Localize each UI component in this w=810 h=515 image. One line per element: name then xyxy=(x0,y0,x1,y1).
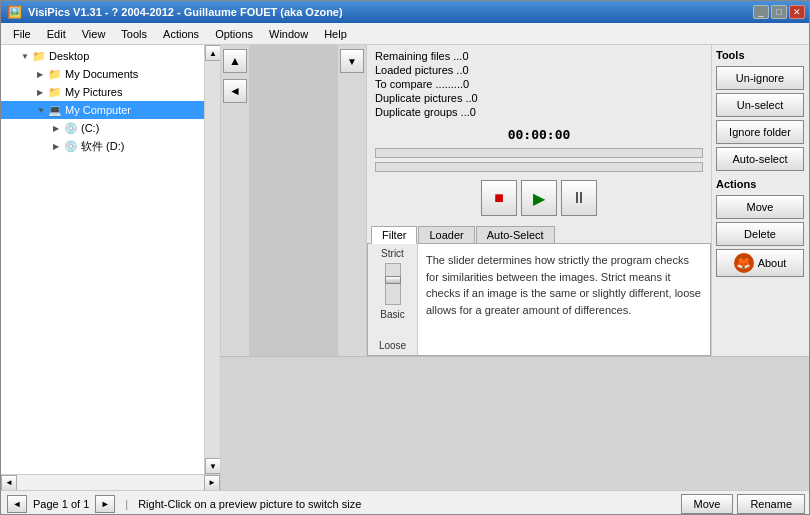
right-main: ▲ ◄ ▼ Remaining files ...0 xyxy=(221,45,810,490)
preview-pane: ▲ ◄ ▼ xyxy=(221,45,366,356)
un-ignore-button[interactable]: Un-ignore xyxy=(716,66,804,90)
expand-mycomputer[interactable]: ▼ xyxy=(37,106,47,115)
menu-view[interactable]: View xyxy=(74,26,114,42)
move-button[interactable]: Move xyxy=(716,195,804,219)
scroll-track[interactable] xyxy=(205,61,220,458)
menu-tools[interactable]: Tools xyxy=(113,26,155,42)
about-button[interactable]: 🦊 About xyxy=(716,249,804,277)
play-button[interactable]: ▶ xyxy=(521,180,557,216)
stat-dup-pics: Duplicate pictures ..0 xyxy=(375,91,703,105)
stop-button[interactable]: ■ xyxy=(481,180,517,216)
menu-file[interactable]: File xyxy=(5,26,39,42)
scroll-down-btn[interactable]: ▼ xyxy=(205,458,220,474)
tree-scrollbar-v[interactable]: ▲ ▼ xyxy=(204,45,220,474)
scroll-up-btn[interactable]: ▲ xyxy=(205,45,220,61)
progress-bar-1 xyxy=(375,148,703,158)
slider-area: Strict Basic Loose xyxy=(368,244,418,355)
tree-scroll-container: ▼ Desktop ▶ My Documents ▶ My Pic xyxy=(1,45,220,474)
folder-icon-mydocs xyxy=(47,66,63,82)
slider-basic-label: Basic xyxy=(380,309,404,320)
menu-help[interactable]: Help xyxy=(316,26,355,42)
tree-label-ddrive: 软件 (D:) xyxy=(81,139,124,154)
tree-items: ▼ Desktop ▶ My Documents ▶ My Pic xyxy=(1,45,204,474)
filter-description: The slider determines how strictly the p… xyxy=(418,244,710,355)
filter-content: Strict Basic Loose The slider determines… xyxy=(367,243,711,356)
folder-icon-mypics xyxy=(47,84,63,100)
center-preview xyxy=(249,45,338,356)
page-next-button[interactable]: ► xyxy=(95,495,115,513)
right-nav: ▼ xyxy=(338,45,366,356)
ignore-folder-button[interactable]: Ignore folder xyxy=(716,120,804,144)
expand-desktop[interactable]: ▼ xyxy=(21,52,31,61)
expand-ddrive[interactable]: ▶ xyxy=(53,142,63,151)
nav-up-button[interactable]: ▲ xyxy=(223,49,247,73)
left-nav: ▲ ◄ xyxy=(221,45,249,356)
filter-tabs: Filter Loader Auto-Select xyxy=(367,222,711,243)
pause-button[interactable]: ⏸ xyxy=(561,180,597,216)
tree-panel: ▼ Desktop ▶ My Documents ▶ My Pic xyxy=(1,45,221,490)
tree-label-mypics: My Pictures xyxy=(65,86,122,98)
filter-slider[interactable] xyxy=(385,263,401,305)
stat-loaded: Loaded pictures ..0 xyxy=(375,63,703,77)
hscroll-right-btn[interactable]: ► xyxy=(204,475,220,491)
slider-thumb[interactable] xyxy=(385,276,401,284)
page-prev-button[interactable]: ◄ xyxy=(7,495,27,513)
nav-right-button[interactable]: ▼ xyxy=(340,49,364,73)
maximize-button[interactable]: □ xyxy=(771,5,787,19)
close-button[interactable]: ✕ xyxy=(789,5,805,19)
stop-icon: ■ xyxy=(494,189,504,207)
hscroll-left-btn[interactable]: ◄ xyxy=(1,475,17,491)
tree-item-cdrive[interactable]: ▶ (C:) xyxy=(1,119,204,137)
window-controls: _ □ ✕ xyxy=(753,5,805,19)
tab-loader[interactable]: Loader xyxy=(418,226,474,243)
progress-bar-2 xyxy=(375,162,703,172)
status-rename-button[interactable]: Rename xyxy=(737,494,805,514)
actions-section-label: Actions xyxy=(716,178,807,190)
menu-edit[interactable]: Edit xyxy=(39,26,74,42)
status-left: ◄ Page 1 of 1 ► | Right-Click on a previ… xyxy=(7,495,361,513)
menu-bar: File Edit View Tools Actions Options Win… xyxy=(1,23,810,45)
tree-item-mydocs[interactable]: ▶ My Documents xyxy=(1,65,204,83)
tree-item-mycomputer[interactable]: ▼ My Computer xyxy=(1,101,204,119)
tree-item-ddrive[interactable]: ▶ 软件 (D:) xyxy=(1,137,204,155)
menu-actions[interactable]: Actions xyxy=(155,26,207,42)
menu-options[interactable]: Options xyxy=(207,26,261,42)
filter-stats-pane: Remaining files ...0 Loaded pictures ..0… xyxy=(366,45,711,356)
status-divider: | xyxy=(125,498,128,510)
tab-auto-select[interactable]: Auto-Select xyxy=(476,226,555,243)
drive-icon-c xyxy=(63,120,79,136)
tree-label-mycomputer: My Computer xyxy=(65,104,131,116)
content-area: ▼ Desktop ▶ My Documents ▶ My Pic xyxy=(1,45,810,490)
tools-section-label: Tools xyxy=(716,49,807,61)
slider-loose-label: Loose xyxy=(379,340,406,351)
tab-filter[interactable]: Filter xyxy=(371,226,417,244)
tools-sidebar: Tools Un-ignore Un-select Ignore folder … xyxy=(711,45,810,356)
filter-tabs-area: Filter Loader Auto-Select Strict Basic xyxy=(367,222,711,356)
status-bar: ◄ Page 1 of 1 ► | Right-Click on a previ… xyxy=(1,490,810,515)
menu-window[interactable]: Window xyxy=(261,26,316,42)
upper-right: ▲ ◄ ▼ Remaining files ...0 xyxy=(221,45,810,357)
expand-mypics[interactable]: ▶ xyxy=(37,88,47,97)
status-move-button[interactable]: Move xyxy=(681,494,734,514)
un-select-button[interactable]: Un-select xyxy=(716,93,804,117)
timer-display: 00:00:00 xyxy=(367,123,711,146)
tree-label-cdrive: (C:) xyxy=(81,122,99,134)
tree-item-mypics[interactable]: ▶ My Pictures xyxy=(1,83,204,101)
expand-mydocs[interactable]: ▶ xyxy=(37,70,47,79)
stats-section: Remaining files ...0 Loaded pictures ..0… xyxy=(367,45,711,123)
expand-cdrive[interactable]: ▶ xyxy=(53,124,63,133)
stat-loaded-text: Loaded pictures ..0 xyxy=(375,64,469,76)
delete-button[interactable]: Delete xyxy=(716,222,804,246)
computer-icon-mycomputer xyxy=(47,102,63,118)
tree-item-desktop[interactable]: ▼ Desktop xyxy=(1,47,204,65)
auto-select-button[interactable]: Auto-select xyxy=(716,147,804,171)
title-bar: 🖼️ VisiPics V1.31 - ? 2004-2012 - Guilla… xyxy=(1,1,810,23)
title-text: VisiPics V1.31 - ? 2004-2012 - Guillaume… xyxy=(28,6,343,18)
minimize-button[interactable]: _ xyxy=(753,5,769,19)
tree-scrollbar-h[interactable]: ◄ ► xyxy=(1,474,220,490)
status-right: Move Rename xyxy=(681,494,805,514)
nav-left-button[interactable]: ◄ xyxy=(223,79,247,103)
stat-remaining: Remaining files ...0 xyxy=(375,49,703,63)
drive-icon-d xyxy=(63,138,79,154)
pause-icon: ⏸ xyxy=(571,189,587,207)
